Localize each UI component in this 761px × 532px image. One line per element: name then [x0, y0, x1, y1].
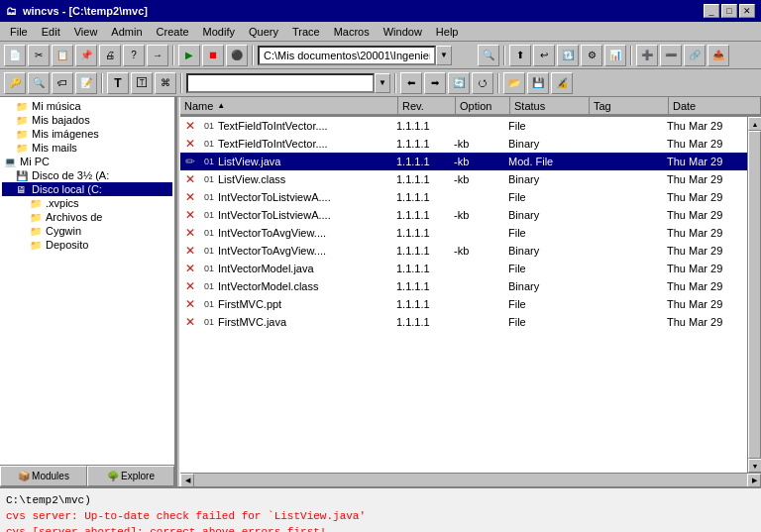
tree-item-bajados[interactable]: 📁 Mis bajados: [2, 113, 172, 127]
col-name[interactable]: Name ▲: [180, 97, 398, 115]
tb2-key[interactable]: 🔑: [4, 72, 26, 94]
tb-b3[interactable]: ⚫: [226, 45, 248, 66]
tb-b2[interactable]: ⏹: [202, 45, 224, 66]
menu-modify[interactable]: Modify: [197, 24, 241, 40]
scroll-right-arrow[interactable]: ▶: [747, 474, 761, 486]
col-tag[interactable]: Tag: [590, 97, 669, 115]
file-row[interactable]: ✕ 01 FirstMVC.ppt 1.1.1.1 File Thu Mar 2…: [180, 295, 747, 313]
tb2-t2[interactable]: 🅃: [131, 72, 153, 94]
tb-arrow[interactable]: →: [147, 45, 168, 66]
path-dropdown[interactable]: ▼: [436, 46, 452, 65]
d3-icon: 🔗: [689, 50, 701, 60]
hscroll-track[interactable]: [194, 474, 747, 486]
cut-icon: ✂: [35, 50, 43, 60]
scroll-left-arrow[interactable]: ◀: [180, 474, 194, 486]
menu-view[interactable]: View: [68, 24, 104, 40]
tb2-find[interactable]: 🔍: [28, 72, 50, 94]
binoculars-icon: 🔍: [33, 77, 45, 88]
search-input[interactable]: [186, 73, 375, 93]
menu-create[interactable]: Create: [151, 24, 195, 40]
tb-copy[interactable]: 📋: [52, 45, 73, 66]
tb2-tag[interactable]: 🏷: [52, 72, 73, 94]
tab-modules[interactable]: 📦 Modules: [0, 466, 87, 486]
tb2-f2[interactable]: 💾: [527, 72, 549, 94]
tb2-e2[interactable]: ➡: [424, 72, 446, 94]
menu-file[interactable]: File: [4, 24, 34, 40]
tb-paste[interactable]: 📌: [75, 45, 97, 66]
tree-item-cygwin[interactable]: 📁 Cygwin: [2, 224, 172, 238]
menu-trace[interactable]: Trace: [286, 24, 326, 40]
path-input[interactable]: [258, 46, 436, 65]
menu-admin[interactable]: Admin: [105, 24, 148, 40]
tb2-b2[interactable]: 📝: [75, 72, 97, 94]
toolbar-2: 🔑 🔍 🏷 📝 T 🅃 ⌘ ▼ ⬅ ➡ 🔄 ⭯ 📂 💾 🔏: [0, 69, 761, 97]
tree-label: Deposito: [46, 239, 88, 251]
menu-macros[interactable]: Macros: [328, 24, 376, 40]
search-dropdown[interactable]: ▼: [375, 73, 390, 93]
file-row[interactable]: ✕ 01 IntVectorModel.class 1.1.1.1 Binary…: [180, 277, 747, 295]
tree-item-deposito[interactable]: 📁 Deposito: [2, 238, 172, 252]
tree-item-mails[interactable]: 📁 Mis mails: [2, 141, 172, 155]
file-row-selected[interactable]: ✏ 01 ListView.java 1.1.1.1 -kb Mod. File…: [180, 153, 747, 170]
col-rev[interactable]: Rev.: [398, 97, 456, 115]
tree-item-mipc[interactable]: 💻 Mi PC: [2, 155, 172, 168]
tb2-e4[interactable]: ⭯: [472, 72, 493, 94]
sep4: [630, 46, 632, 65]
tb-c2[interactable]: ↩: [533, 45, 555, 66]
file-row[interactable]: ✕ 01 IntVectorToAvgView.... 1.1.1.1 File…: [180, 224, 747, 242]
tb-cut[interactable]: ✂: [28, 45, 50, 66]
maximize-button[interactable]: □: [721, 4, 737, 18]
file-row[interactable]: ✕ 01 IntVectorModel.java 1.1.1.1 File Th…: [180, 260, 747, 277]
file-row[interactable]: ✕ 01 IntVectorToListviewA.... 1.1.1.1 -k…: [180, 206, 747, 224]
tree-item-imagenes[interactable]: 📁 Mis imágenes: [2, 127, 172, 141]
file-list-scrollbar[interactable]: ▲ ▼: [747, 117, 761, 473]
sep6: [180, 73, 182, 93]
close-button[interactable]: ✕: [739, 4, 755, 18]
tb2-e1[interactable]: ⬅: [400, 72, 422, 94]
tb-new[interactable]: 📄: [4, 45, 26, 66]
type-badge: 01: [200, 280, 214, 292]
tree-item-xvpics[interactable]: 📁 .xvpics: [2, 196, 172, 210]
scroll-up-arrow[interactable]: ▲: [748, 117, 761, 131]
tb2-f1[interactable]: 📂: [503, 72, 525, 94]
file-row[interactable]: ✕ 01 IntVectorToListviewA.... 1.1.1.1 Fi…: [180, 188, 747, 206]
minimize-button[interactable]: _: [704, 4, 719, 18]
tb-d2[interactable]: ➖: [660, 45, 682, 66]
file-row[interactable]: ✕ 01 FirstMVC.java 1.1.1.1 File Thu Mar …: [180, 313, 747, 331]
tb-d4[interactable]: 📤: [707, 45, 729, 66]
col-status[interactable]: Status: [510, 97, 590, 115]
tb2-f3[interactable]: 🔏: [551, 72, 573, 94]
tb2-e3[interactable]: 🔄: [448, 72, 470, 94]
file-row[interactable]: ✕ 01 TextFieldToIntVector.... 1.1.1.1 Fi…: [180, 117, 747, 135]
tb-c5[interactable]: 📊: [604, 45, 626, 66]
tree-item-musica[interactable]: 📁 Mi música: [2, 99, 172, 113]
menu-query[interactable]: Query: [243, 24, 284, 40]
tb-help[interactable]: ?: [123, 45, 145, 66]
menu-window[interactable]: Window: [378, 24, 428, 40]
tb2-cmd[interactable]: ⌘: [155, 72, 176, 94]
menu-help[interactable]: Help: [430, 24, 465, 40]
tree-item-floppy[interactable]: 💾 Disco de 3½ (A:: [2, 168, 172, 182]
file-row[interactable]: ✕ 01 ListView.class 1.1.1.1 -kb Binary T…: [180, 170, 747, 188]
tb2-T[interactable]: T: [107, 72, 129, 94]
tb-go[interactable]: 🔍: [478, 45, 499, 66]
scroll-down-arrow[interactable]: ▼: [748, 459, 761, 473]
scroll-thumb[interactable]: [748, 131, 761, 459]
tree-item-archivos[interactable]: 📁 Archivos de: [2, 210, 172, 224]
tb-d3[interactable]: 🔗: [684, 45, 706, 66]
tb-b1[interactable]: ▶: [178, 45, 200, 66]
tb-d1[interactable]: ➕: [636, 45, 658, 66]
tb-c3[interactable]: 🔃: [557, 45, 579, 66]
c4-icon: ⚙: [588, 50, 597, 60]
col-option[interactable]: Option: [456, 97, 510, 115]
file-row[interactable]: ✕ 01 TextFieldToIntVector.... 1.1.1.1 -k…: [180, 135, 747, 153]
tb-c1[interactable]: ⬆: [509, 45, 531, 66]
tb-c4[interactable]: ⚙: [581, 45, 602, 66]
tree-view: 📁 Mi música 📁 Mis bajados 📁 Mis imágenes…: [0, 97, 174, 465]
tab-explore[interactable]: 🌳 Explore: [87, 466, 174, 486]
col-date[interactable]: Date: [669, 97, 761, 115]
tree-item-local-disk[interactable]: 🖥 Disco local (C:: [2, 182, 172, 196]
tb-print[interactable]: 🖨: [99, 45, 121, 66]
file-row[interactable]: ✕ 01 IntVectorToAvgView.... 1.1.1.1 -kb …: [180, 242, 747, 260]
menu-edit[interactable]: Edit: [36, 24, 66, 40]
